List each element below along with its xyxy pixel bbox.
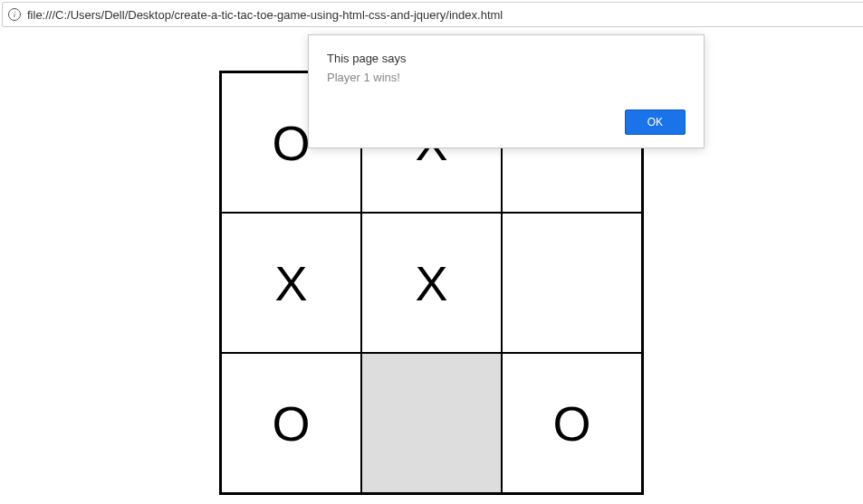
alert-message: Player 1 wins! <box>327 71 686 84</box>
alert-buttons: OK <box>327 109 686 135</box>
cell-1-0[interactable]: X <box>221 213 361 353</box>
alert-dialog: This page says Player 1 wins! OK <box>308 34 705 148</box>
cell-2-0[interactable]: O <box>221 353 361 493</box>
cell-2-2[interactable]: O <box>502 353 642 493</box>
cell-1-2[interactable] <box>502 213 642 353</box>
address-bar[interactable]: i file:///C:/Users/Dell/Desktop/create-a… <box>2 2 863 27</box>
cell-1-1[interactable]: X <box>361 213 502 353</box>
info-icon: i <box>8 8 21 21</box>
alert-title: This page says <box>327 52 686 65</box>
cell-2-1[interactable] <box>361 353 502 493</box>
url-text: file:///C:/Users/Dell/Desktop/create-a-t… <box>27 8 858 22</box>
ok-button[interactable]: OK <box>625 109 686 135</box>
